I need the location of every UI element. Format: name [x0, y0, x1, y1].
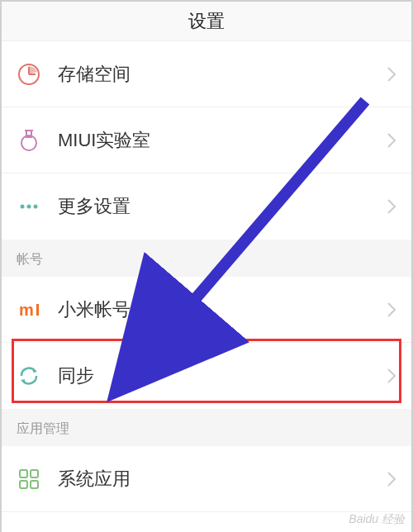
item-label: 小米帐号: [58, 297, 387, 322]
chevron-right-icon: [387, 66, 396, 83]
settings-item-miui-lab[interactable]: MIUI实验室: [2, 107, 411, 173]
sync-icon: [17, 363, 58, 388]
item-label: 同步: [58, 363, 387, 388]
chevron-right-icon: [387, 302, 396, 318]
flask-icon: [17, 128, 58, 153]
grid-icon: [17, 467, 58, 492]
svg-rect-16: [31, 481, 38, 488]
mi-logo-icon: m: [17, 297, 58, 322]
item-label: 系统应用: [58, 467, 387, 492]
page-title: 设置: [188, 9, 225, 34]
section-header-account: 帐号: [2, 240, 411, 277]
settings-item-more-settings[interactable]: 更多设置: [2, 173, 411, 240]
svg-rect-10: [36, 304, 39, 316]
svg-point-6: [21, 205, 25, 209]
settings-item-storage[interactable]: 存储空间: [2, 41, 411, 107]
item-label: 更多设置: [58, 194, 387, 219]
section-header-app-mgmt: 应用管理: [2, 409, 411, 446]
item-label: 存储空间: [58, 62, 387, 87]
settings-item-mi-account[interactable]: m 小米帐号: [2, 277, 411, 343]
chevron-right-icon: [387, 198, 396, 215]
svg-rect-15: [20, 481, 27, 488]
more-dots-icon: [17, 194, 58, 219]
svg-rect-13: [20, 470, 27, 477]
svg-point-7: [27, 205, 31, 209]
chevron-right-icon: [387, 368, 396, 384]
item-label: MIUI实验室: [58, 128, 387, 153]
svg-rect-14: [31, 470, 38, 477]
clock-icon: [17, 62, 58, 87]
watermark-text: Baidu 经验: [349, 512, 405, 527]
settings-item-sync[interactable]: 同步: [2, 343, 411, 409]
svg-point-8: [34, 205, 38, 209]
chevron-right-icon: [387, 132, 396, 149]
header-bar: 设置: [2, 2, 411, 41]
settings-item-system-apps[interactable]: 系统应用: [2, 446, 411, 512]
chevron-right-icon: [387, 471, 396, 487]
app-frame: 设置 存储空间 MIUI实验室: [0, 0, 413, 532]
svg-marker-11: [33, 368, 37, 373]
svg-text:m: m: [19, 301, 34, 319]
svg-marker-12: [21, 379, 25, 384]
